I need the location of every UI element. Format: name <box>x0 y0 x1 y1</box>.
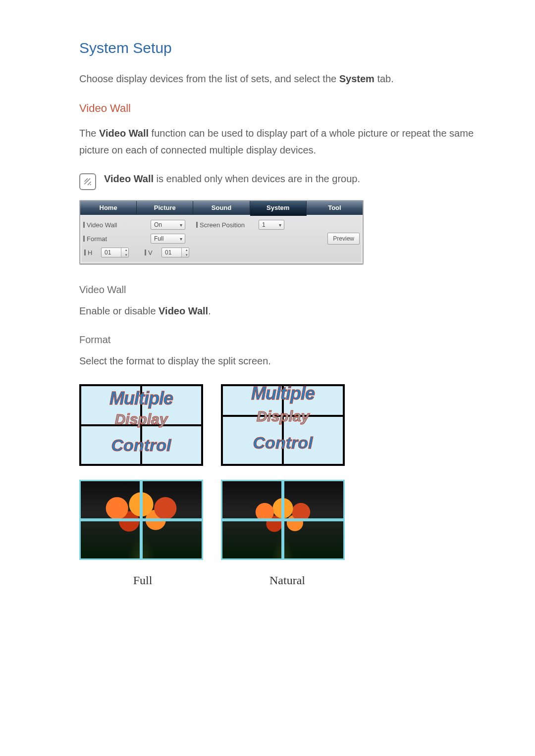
spinner-h[interactable]: 01 ▴▾ <box>101 248 129 257</box>
tab-system[interactable]: System <box>250 201 307 216</box>
diagram-natural-image <box>221 480 345 560</box>
diagram-full-text: Multiple Display Control <box>79 384 203 466</box>
spinner-v[interactable]: 01 ▴▾ <box>161 248 189 257</box>
subsection-video-wall-text: Enable or disable Video Wall. <box>79 302 476 319</box>
label-h: H <box>84 249 98 256</box>
page-title: System Setup <box>79 40 476 56</box>
label-format: Format <box>83 235 148 243</box>
intro-text: Choose display devices from the list of … <box>79 70 476 87</box>
diagram-natural-text: Multiple Display Control <box>221 384 345 466</box>
diagram-full-image <box>79 480 203 560</box>
system-panel: Home Picture Sound System Tool Video Wal… <box>79 200 364 264</box>
preview-button[interactable]: Preview <box>327 233 360 245</box>
intro-suffix: tab. <box>374 73 394 84</box>
subsection-video-wall-label: Video Wall <box>79 284 476 296</box>
intro-bold: System <box>339 73 374 84</box>
video-wall-desc: The Video Wall function can be used to d… <box>79 125 476 158</box>
caption-full: Full <box>79 574 206 587</box>
format-diagram-row-1: Multiple Display Control Multiple Displa… <box>79 384 476 466</box>
note-row: Video Wall is enabled only when devices … <box>79 173 476 190</box>
panel-tabs: Home Picture Sound System Tool <box>80 201 363 216</box>
dropdown-screen-position[interactable]: 1 <box>259 220 284 230</box>
desc-prefix: The <box>79 128 99 139</box>
note-bold: Video Wall <box>104 173 154 184</box>
subsection-format-text: Select the format to display the split s… <box>79 353 476 369</box>
tab-tool[interactable]: Tool <box>307 201 363 215</box>
label-screen-position: Screen Position <box>196 221 256 229</box>
section-video-wall-heading: Video Wall <box>79 102 476 115</box>
note-icon <box>79 173 96 190</box>
subsection-format-label: Format <box>79 334 476 346</box>
caption-row: Full Natural <box>79 574 476 587</box>
format-diagram-row-2 <box>79 480 476 560</box>
dropdown-video-wall[interactable]: On <box>151 220 185 230</box>
intro-prefix: Choose display devices from the list of … <box>79 73 339 84</box>
label-video-wall: Video Wall <box>83 221 148 229</box>
desc-bold: Video Wall <box>99 128 149 139</box>
note-text: Video Wall is enabled only when devices … <box>104 173 360 185</box>
dropdown-format[interactable]: Full <box>151 234 185 244</box>
note-suffix: is enabled only when devices are in the … <box>154 173 360 184</box>
label-v: V <box>145 249 159 256</box>
caption-natural: Natural <box>224 574 351 587</box>
tab-home[interactable]: Home <box>80 201 137 215</box>
tab-picture[interactable]: Picture <box>137 201 193 215</box>
tab-sound[interactable]: Sound <box>193 201 250 215</box>
